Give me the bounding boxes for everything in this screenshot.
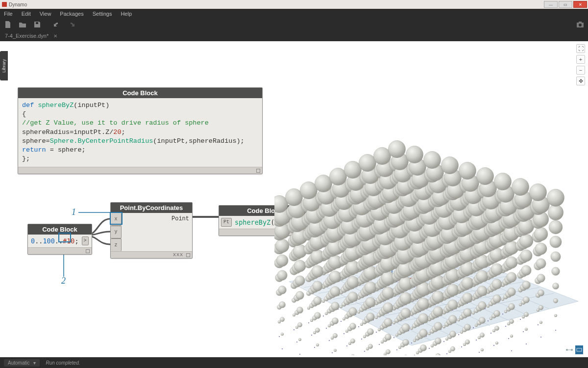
svg-point-776	[538, 324, 539, 325]
view-graph-icon[interactable]	[565, 345, 573, 354]
input-port-pt[interactable]: Pt	[221, 218, 232, 227]
svg-point-371	[382, 287, 394, 299]
menu-packages[interactable]: Packages	[60, 11, 83, 17]
menu-settings[interactable]: Settings	[93, 11, 112, 17]
minimize-button[interactable]: —	[544, 1, 558, 8]
run-mode-dropdown[interactable]: Automatic ▾	[4, 359, 40, 367]
menu-file[interactable]: File	[4, 11, 13, 17]
menu-help[interactable]: Help	[121, 11, 132, 17]
svg-point-791	[519, 303, 522, 306]
redo-icon[interactable]	[68, 21, 75, 28]
svg-point-835	[508, 288, 516, 296]
svg-point-573	[472, 312, 475, 315]
menu-view[interactable]: View	[40, 11, 51, 17]
document-tab[interactable]: 7-4_Exercise.dyn* ✕	[0, 30, 62, 41]
svg-point-61	[326, 328, 327, 329]
svg-point-662	[526, 343, 527, 344]
svg-point-98	[322, 300, 325, 303]
svg-point-59	[315, 328, 319, 332]
svg-point-47	[293, 314, 295, 316]
svg-point-242	[384, 318, 392, 327]
svg-point-36	[294, 329, 294, 330]
annotation-label-1: 1	[72, 207, 76, 217]
svg-point-713	[509, 319, 514, 323]
svg-point-109	[314, 297, 322, 305]
svg-point-78	[343, 333, 344, 334]
library-tab[interactable]: Library	[0, 51, 8, 80]
svg-point-308	[428, 332, 431, 335]
svg-point-226	[402, 339, 409, 345]
node-point-bycoordinates[interactable]: Point.ByCoordinates x y z Point XXX	[110, 202, 193, 259]
app-title: Dynamo	[9, 2, 27, 7]
svg-point-91	[345, 330, 348, 333]
svg-point-1018	[549, 220, 563, 234]
svg-point-747	[477, 286, 488, 296]
svg-point-461	[481, 348, 484, 351]
svg-point-421	[400, 292, 412, 304]
svg-point-729	[525, 328, 528, 331]
svg-point-535	[480, 333, 484, 337]
maximize-button[interactable]: ▭	[559, 1, 572, 8]
svg-point-154	[367, 328, 373, 335]
svg-point-893	[522, 281, 531, 289]
svg-point-67	[307, 307, 310, 310]
svg-point-644	[510, 335, 513, 338]
screenshot-icon[interactable]	[576, 21, 584, 28]
view-3d-icon[interactable]	[575, 345, 583, 354]
svg-point-499	[473, 327, 474, 328]
svg-point-128	[276, 255, 288, 266]
svg-point-190	[385, 334, 391, 340]
undo-icon[interactable]	[53, 21, 61, 28]
svg-point-29	[279, 336, 280, 337]
svg-point-52	[279, 301, 285, 308]
svg-point-71	[323, 315, 324, 316]
svg-point-192	[312, 265, 323, 277]
svg-point-1011	[476, 167, 493, 184]
svg-point-51	[313, 331, 316, 334]
svg-point-680	[507, 322, 510, 325]
status-message: Run completed.	[46, 360, 80, 366]
svg-point-503	[478, 336, 481, 339]
geometry-preview[interactable]	[274, 41, 588, 355]
svg-point-409	[434, 322, 442, 331]
svg-point-456	[460, 331, 463, 334]
svg-point-969	[536, 259, 546, 269]
svg-point-745	[540, 337, 541, 338]
new-file-icon[interactable]	[4, 21, 12, 28]
svg-point-973	[423, 151, 441, 168]
svg-point-130	[360, 323, 363, 326]
svg-point-319	[365, 282, 376, 293]
output-port[interactable]: >	[82, 237, 89, 245]
svg-point-820	[492, 279, 502, 289]
svg-point-995	[551, 252, 561, 262]
svg-point-594	[464, 309, 472, 317]
node-code-block-function[interactable]: Code Block def sphereByZ(inputPt) { //ge…	[18, 87, 263, 174]
svg-point-269	[410, 327, 413, 330]
tab-close-icon[interactable]: ✕	[53, 33, 57, 39]
open-file-icon[interactable]	[19, 21, 26, 28]
workspace-canvas[interactable]: Library ⛶ + − ✥ Code Block def sphereByZ…	[0, 41, 588, 357]
svg-point-69	[278, 286, 287, 294]
svg-point-518	[493, 345, 494, 346]
svg-point-54	[329, 340, 330, 341]
svg-point-792	[524, 312, 528, 316]
svg-point-171	[398, 346, 401, 349]
svg-point-164	[378, 328, 381, 331]
save-icon[interactable]	[33, 21, 41, 28]
svg-point-991	[535, 243, 547, 255]
close-button[interactable]: ✕	[573, 1, 587, 8]
svg-point-1024	[529, 184, 546, 201]
input-port-z[interactable]: z	[111, 238, 122, 251]
svg-point-408	[458, 334, 459, 335]
svg-point-951	[406, 146, 423, 163]
svg-point-73	[328, 324, 331, 327]
input-port-y[interactable]: y	[111, 226, 122, 238]
svg-point-274	[347, 276, 359, 288]
svg-point-913	[553, 298, 558, 303]
code-editor[interactable]: def sphereByZ(inputPt) { //get Z Value, …	[18, 98, 262, 167]
svg-point-925	[506, 257, 517, 268]
svg-rect-0	[36, 22, 38, 24]
svg-point-174	[403, 355, 408, 355]
svg-point-49	[308, 322, 309, 323]
menu-edit[interactable]: Edit	[22, 11, 31, 17]
